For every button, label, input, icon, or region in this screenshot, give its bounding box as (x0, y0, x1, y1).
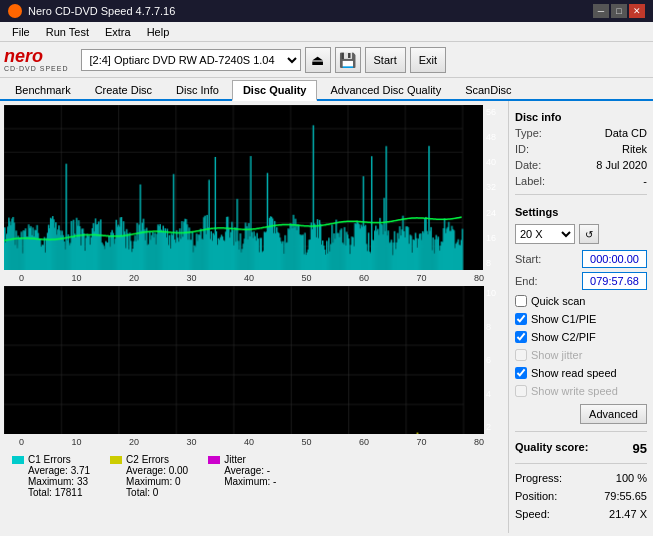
nero-logo: nero (4, 47, 43, 65)
nero-logo-area: nero CD·DVD SPEED (4, 47, 69, 72)
c2-avg-row: Average: 0.00 (126, 465, 188, 476)
top-chart-y-axis: 56 48 40 32 24 16 8 (484, 105, 504, 270)
legend-c2: C2 Errors Average: 0.00 Maximum: 0 Total… (110, 454, 188, 498)
quick-scan-row: Quick scan (515, 295, 647, 307)
show-jitter-label: Show jitter (531, 349, 582, 361)
show-write-speed-checkbox[interactable] (515, 385, 527, 397)
chart-area: 56 48 40 32 24 16 8 0 10 20 30 40 50 60 … (0, 101, 508, 533)
speed-row: 20 X ↺ (515, 224, 647, 244)
quick-scan-checkbox[interactable] (515, 295, 527, 307)
close-button[interactable]: ✕ (629, 4, 645, 18)
drive-select[interactable]: [2:4] Optiarc DVD RW AD-7240S 1.04 (81, 49, 301, 71)
tab-scandisc[interactable]: ScanDisc (454, 80, 522, 99)
refresh-icon-button[interactable]: ↺ (579, 224, 599, 244)
show-c1-pie-row: Show C1/PIE (515, 313, 647, 325)
show-read-speed-label: Show read speed (531, 367, 617, 379)
legend: C1 Errors Average: 3.71 Maximum: 33 Tota… (4, 450, 504, 502)
menu-extra[interactable]: Extra (97, 24, 139, 40)
c1-label: C1 Errors (28, 454, 71, 465)
speed-select[interactable]: 20 X (515, 224, 575, 244)
tab-disc-info[interactable]: Disc Info (165, 80, 230, 99)
c2-total-row: Total: 0 (126, 487, 188, 498)
advanced-button[interactable]: Advanced (580, 404, 647, 424)
bottom-chart-wrapper: 10 8 6 4 2 (4, 286, 504, 434)
disc-label-row: Label: - (515, 175, 647, 187)
tab-create-disc[interactable]: Create Disc (84, 80, 163, 99)
legend-jitter: Jitter Average: - Maximum: - (208, 454, 276, 498)
disc-type-row: Type: Data CD (515, 127, 647, 139)
start-time-label: Start: (515, 253, 541, 265)
show-read-speed-row: Show read speed (515, 367, 647, 379)
position-row: Position: 79:55.65 (515, 490, 647, 502)
start-time-input[interactable] (582, 250, 647, 268)
maximize-button[interactable]: □ (611, 4, 627, 18)
show-read-speed-checkbox[interactable] (515, 367, 527, 379)
bottom-chart-y-axis: 10 8 6 4 2 (484, 286, 504, 434)
c2-max-row: Maximum: 0 (126, 476, 188, 487)
top-chart-canvas (4, 105, 483, 270)
disc-label-value: - (643, 175, 647, 187)
legend-c1: C1 Errors Average: 3.71 Maximum: 33 Tota… (12, 454, 90, 498)
c1-avg-row: Average: 3.71 (28, 465, 90, 476)
progress-label: Progress: (515, 472, 562, 484)
c1-color (12, 456, 24, 464)
c1-max-row: Maximum: 33 (28, 476, 90, 487)
toolbar: nero CD·DVD SPEED [2:4] Optiarc DVD RW A… (0, 42, 653, 78)
show-jitter-row: Show jitter (515, 349, 647, 361)
start-button[interactable]: Start (365, 47, 406, 73)
speed-label: Speed: (515, 508, 550, 520)
divider2 (515, 431, 647, 432)
c1-total-row: Total: 17811 (28, 487, 90, 498)
show-c1-pie-label: Show C1/PIE (531, 313, 596, 325)
end-time-label: End: (515, 275, 538, 287)
quality-score-value: 95 (633, 441, 647, 456)
menu-run-test[interactable]: Run Test (38, 24, 97, 40)
show-c1-pie-checkbox[interactable] (515, 313, 527, 325)
nero-sub: CD·DVD SPEED (4, 65, 69, 72)
tab-benchmark[interactable]: Benchmark (4, 80, 82, 99)
c2-label: C2 Errors (126, 454, 169, 465)
start-time-row: Start: (515, 250, 647, 268)
app-title: Nero CD-DVD Speed 4.7.7.16 (28, 5, 175, 17)
tab-advanced-disc-quality[interactable]: Advanced Disc Quality (319, 80, 452, 99)
window-controls[interactable]: ─ □ ✕ (593, 4, 645, 18)
jitter-avg-row: Average: - (224, 465, 276, 476)
show-jitter-checkbox[interactable] (515, 349, 527, 361)
tab-disc-quality[interactable]: Disc Quality (232, 80, 318, 101)
eject-icon-button[interactable]: ⏏ (305, 47, 331, 73)
disc-id-label: ID: (515, 143, 529, 155)
top-chart-wrapper: 56 48 40 32 24 16 8 (4, 105, 504, 270)
main-content: 56 48 40 32 24 16 8 0 10 20 30 40 50 60 … (0, 101, 653, 533)
end-time-input[interactable] (582, 272, 647, 290)
save-icon-button[interactable]: 💾 (335, 47, 361, 73)
speed-result-row: Speed: 21.47 X (515, 508, 647, 520)
menubar: File Run Test Extra Help (0, 22, 653, 42)
app-icon (8, 4, 22, 18)
divider3 (515, 463, 647, 464)
show-c2-pif-checkbox[interactable] (515, 331, 527, 343)
disc-date-row: Date: 8 Jul 2020 (515, 159, 647, 171)
position-label: Position: (515, 490, 557, 502)
exit-button[interactable]: Exit (410, 47, 446, 73)
menu-help[interactable]: Help (139, 24, 178, 40)
quality-score-row: Quality score: 95 (515, 441, 647, 456)
menu-file[interactable]: File (4, 24, 38, 40)
position-value: 79:55.65 (604, 490, 647, 502)
disc-label-label: Label: (515, 175, 545, 187)
divider1 (515, 194, 647, 195)
bottom-chart-x-axis: 0 10 20 30 40 50 60 70 80 (4, 436, 504, 448)
quick-scan-label: Quick scan (531, 295, 585, 307)
minimize-button[interactable]: ─ (593, 4, 609, 18)
jitter-max-row: Maximum: - (224, 476, 276, 487)
show-c2-pif-label: Show C2/PIF (531, 331, 596, 343)
disc-id-value: Ritek (622, 143, 647, 155)
jitter-label: Jitter (224, 454, 246, 465)
tab-bar: Benchmark Create Disc Disc Info Disc Qua… (0, 78, 653, 101)
settings-title: Settings (515, 206, 647, 218)
progress-row: Progress: 100 % (515, 472, 647, 484)
disc-type-value: Data CD (605, 127, 647, 139)
disc-info-title: Disc info (515, 111, 647, 123)
show-write-speed-row: Show write speed (515, 385, 647, 397)
speed-value: 21.47 X (609, 508, 647, 520)
quality-score-label: Quality score: (515, 441, 588, 456)
